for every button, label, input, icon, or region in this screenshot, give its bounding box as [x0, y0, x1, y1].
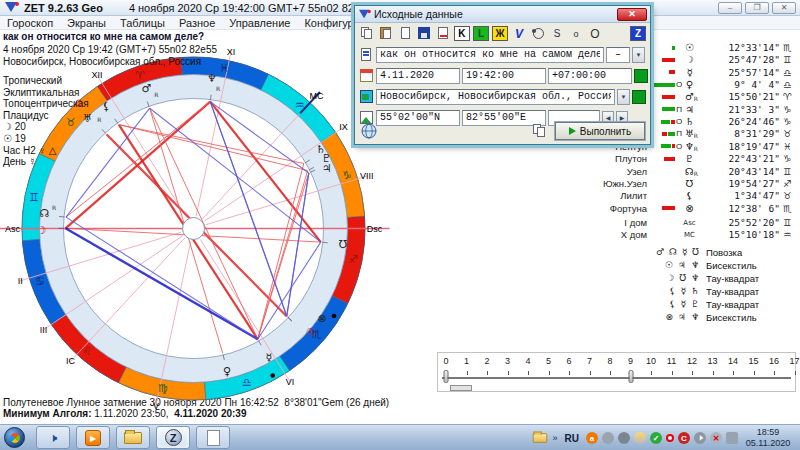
time-input[interactable]: [462, 68, 546, 84]
tray-expand-icon[interactable]: »: [553, 433, 558, 443]
tray-volume-icon[interactable]: 🕨: [694, 432, 706, 444]
s-icon[interactable]: Ѕ: [549, 26, 565, 41]
planet-row: Фортуна⊗12°38' 6"♏: [555, 202, 800, 214]
svg-text:R: R: [216, 85, 220, 92]
chart-place: Новосибирск, Новосибирская обл., Россия: [3, 56, 183, 67]
configuration-name: Бисекстиль: [700, 260, 757, 271]
dialog-titlebar[interactable]: Исходные данные ✕: [355, 6, 650, 23]
big-circle-icon[interactable]: O: [587, 26, 603, 41]
l-mode-icon[interactable]: L: [473, 26, 489, 41]
slider-track[interactable]: [442, 377, 791, 379]
restore-button[interactable]: ❐: [745, 2, 769, 14]
tray-app-icon[interactable]: [618, 432, 630, 444]
tray-antivirus-icon[interactable]: a: [586, 432, 598, 444]
latitude-input[interactable]: [376, 110, 460, 126]
planet-coordinate: 25°47'28": [696, 54, 780, 65]
slider-tick-label: 13: [707, 356, 717, 366]
slider-tick-label: 2: [484, 356, 489, 366]
event-name-input[interactable]: [376, 47, 604, 63]
date-input[interactable]: [376, 68, 460, 84]
zodiac-sign-glyph: ♏: [780, 203, 794, 214]
event-name-combo[interactable]: [606, 47, 630, 63]
planet-glyph: ☉: [683, 42, 696, 53]
configuration-name: Бисекстиль: [700, 312, 757, 323]
planet-row: Плутон♇22°43'21"♑: [555, 153, 800, 165]
place-dropdown-icon[interactable]: ▼: [617, 89, 630, 105]
zodiac-sign-glyph: ♎: [780, 67, 794, 78]
clock-time: 18:59: [740, 427, 796, 438]
copy-icon[interactable]: [359, 26, 375, 41]
slider-tick-label: 17: [789, 356, 799, 366]
slider-mini-scrollbar[interactable]: [450, 385, 472, 391]
taskbar-explorer-button[interactable]: [116, 426, 150, 449]
taskbar-zet-button[interactable]: Z: [156, 426, 190, 449]
menu-item-3[interactable]: Таблицы: [113, 17, 172, 29]
slider-tick-label: 14: [728, 356, 738, 366]
planet-name: Плутон: [555, 153, 647, 164]
planet-glyph: ☽: [683, 54, 696, 65]
system-tray: » RU a ✓ C 🕨 ✕: [531, 425, 738, 450]
svg-text:♑: ♑: [342, 169, 352, 182]
k-mode-icon[interactable]: K: [454, 26, 470, 41]
zodiac-sign-glyph: ♊: [780, 166, 794, 177]
z-icon[interactable]: Z: [630, 26, 646, 41]
language-indicator[interactable]: RU: [562, 433, 582, 444]
tray-opera-icon[interactable]: [666, 434, 674, 442]
tray-network-icon[interactable]: ✕: [710, 432, 722, 444]
tray-swirl-icon[interactable]: [602, 432, 614, 444]
slider-handle[interactable]: [628, 370, 633, 383]
taskbar-player-button[interactable]: ▶: [76, 426, 110, 449]
timezone-input[interactable]: [548, 68, 632, 84]
play-icon: [569, 127, 576, 135]
paste-icon[interactable]: [378, 26, 394, 41]
start-button[interactable]: [4, 427, 25, 448]
zet-logo-icon[interactable]: V: [511, 26, 527, 41]
planet-glyph: Asc: [683, 219, 696, 227]
svg-text:VI: VI: [286, 377, 295, 387]
slider-handle[interactable]: [444, 370, 449, 383]
planet-glyph: ℧: [683, 178, 696, 189]
event-form-icon[interactable]: [435, 26, 451, 41]
save-icon[interactable]: [416, 26, 432, 41]
tray-check-icon[interactable]: ✓: [650, 432, 662, 444]
time-step-slider[interactable]: 01234567891011121314151617: [437, 352, 796, 392]
chart-info-panel: как он относится ко мне на самом деле? 4…: [3, 31, 183, 168]
close-button[interactable]: ✕: [772, 2, 796, 14]
orbit-icon[interactable]: [530, 26, 546, 41]
planet-coordinate: 9° 4' 4": [696, 79, 780, 90]
small-circle-icon[interactable]: o: [568, 26, 584, 41]
menu-item-1[interactable]: Гороскоп: [0, 17, 60, 29]
tray-display-icon[interactable]: [726, 432, 738, 444]
menu-item-2[interactable]: Экраны: [60, 17, 113, 29]
menu-item-5[interactable]: Управление: [222, 17, 297, 29]
menu-item-4[interactable]: Разное: [172, 17, 222, 29]
slider-tick-label: 16: [769, 356, 779, 366]
zh-mode-icon[interactable]: Ж: [492, 26, 508, 41]
copy-data-icon[interactable]: [532, 124, 548, 138]
zet-logo-icon: [5, 2, 18, 13]
planet-strength-bars: [647, 58, 675, 62]
planet-glyph: ♃: [683, 104, 696, 115]
event-name-dropdown-icon[interactable]: ▼: [632, 47, 645, 63]
tray-folder-icon[interactable]: [532, 433, 546, 443]
current-time-button[interactable]: [634, 69, 648, 83]
play-icon: ▶: [85, 430, 101, 446]
atlas-button[interactable]: [632, 90, 646, 104]
tray-downloader-icon[interactable]: C: [678, 432, 690, 444]
globe-icon[interactable]: [361, 123, 377, 139]
execute-button[interactable]: Выполнить: [555, 122, 645, 140]
svg-text:♓: ♓: [219, 62, 229, 75]
chart-settings-list: ТропическийЭклиптикальнаяТопоцентрическа…: [3, 75, 183, 168]
new-icon[interactable]: [397, 26, 413, 41]
svg-text:♌: ♌: [82, 345, 92, 358]
svg-text:V: V: [153, 401, 159, 411]
planet-coordinate: 15°50'21": [696, 91, 780, 102]
tray-weather-icon[interactable]: [634, 432, 646, 444]
dialog-close-button[interactable]: ✕: [617, 8, 647, 21]
minimize-button[interactable]: –: [718, 2, 742, 14]
folder-icon: [124, 432, 142, 444]
taskbar-volume-button[interactable]: 🕨: [36, 426, 70, 449]
place-input[interactable]: [376, 89, 615, 105]
taskbar-document-button[interactable]: [196, 426, 230, 449]
taskbar-clock[interactable]: 18:59 05.11.2020: [740, 427, 796, 449]
